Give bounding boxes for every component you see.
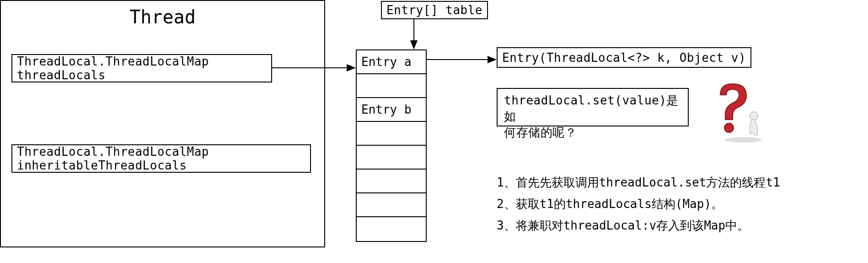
svg-point-4 bbox=[724, 123, 734, 132]
step-3: 3、将兼职对threadLocal:v存入到该Map中。 bbox=[497, 215, 780, 236]
step-1: 1、首先先获取调用threadLocal.set方法的线程t1 bbox=[497, 172, 780, 193]
question-line2: 何存储的呢？ bbox=[504, 125, 681, 141]
svg-point-5 bbox=[750, 112, 758, 120]
field-inheritable-threadlocals: ThreadLocal.ThreadLocalMap inheritableTh… bbox=[11, 144, 311, 173]
thread-container: Thread bbox=[0, 0, 325, 247]
svg-point-6 bbox=[725, 137, 761, 142]
entry-table-label: Entry[] table bbox=[381, 1, 488, 19]
question-mark-icon bbox=[704, 80, 768, 144]
entry-cell bbox=[357, 122, 426, 146]
question-box: threadLocal.set(value)是如 何存储的呢？ bbox=[497, 88, 689, 126]
steps-list: 1、首先先获取调用threadLocal.set方法的线程t1 2、获取t1的t… bbox=[497, 172, 780, 236]
entry-cell bbox=[357, 146, 426, 170]
entry-table: Entry a Entry b bbox=[356, 49, 427, 242]
entry-cell: Entry a bbox=[357, 50, 426, 74]
entry-cell bbox=[357, 170, 426, 193]
entry-constructor: Entry(ThreadLocal<?> k, Object v) bbox=[497, 47, 751, 68]
entry-cell bbox=[357, 193, 426, 217]
thread-title: Thread bbox=[1, 6, 324, 27]
step-2: 2、获取t1的threadLocals结构(Map)。 bbox=[497, 193, 780, 215]
field-threadlocals: ThreadLocal.ThreadLocalMap threadLocals bbox=[11, 54, 272, 82]
entry-cell bbox=[357, 74, 426, 98]
question-line1: threadLocal.set(value)是如 bbox=[504, 93, 681, 125]
entry-cell bbox=[357, 217, 426, 241]
entry-cell: Entry b bbox=[357, 98, 426, 122]
